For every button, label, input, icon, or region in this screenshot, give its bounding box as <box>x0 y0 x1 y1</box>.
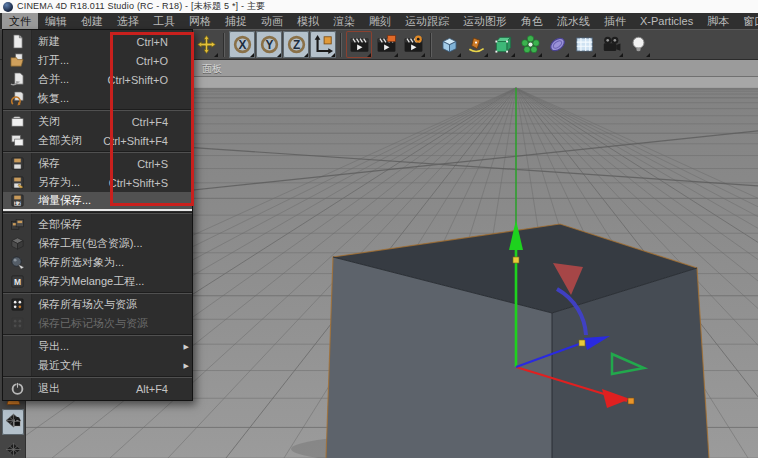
file-menu-item-label: 关闭 <box>38 114 132 129</box>
file-menu-item-4[interactable]: 关闭Ctrl+F4 <box>3 112 192 131</box>
camera-object-button[interactable] <box>598 31 624 58</box>
window-title: CINEMA 4D R18.011 Studio (RC - R18) - [未… <box>17 0 265 13</box>
workplane-icon <box>5 441 22 458</box>
array-generator-button[interactable] <box>517 31 543 58</box>
menu-separator <box>3 109 192 111</box>
menu-bar-item-14[interactable]: 流水线 <box>550 13 597 29</box>
pen-icon <box>467 35 486 54</box>
file-menu-item-0[interactable]: 新建Ctrl+N <box>3 32 192 51</box>
submenu-corner-marker <box>214 53 218 57</box>
z-axis-lock-icon: Z <box>287 35 306 54</box>
file-menu-item-shortcut: Ctrl+N <box>137 36 168 48</box>
menu-bar-item-12[interactable]: 运动图形 <box>456 13 514 29</box>
file-menu-item-label: 导出... <box>38 339 168 354</box>
file-menu-item-11[interactable]: 保存所选对象为... <box>3 253 192 272</box>
file-menu-item-17[interactable]: 退出Alt+F4 <box>3 379 192 398</box>
render-to-picture-viewer-button[interactable] <box>373 31 399 58</box>
render-view-button[interactable] <box>346 31 372 58</box>
subdivision-surface-button[interactable] <box>490 31 516 58</box>
menu-bar-item-13[interactable]: 角色 <box>514 13 550 29</box>
merge-icon <box>3 72 31 87</box>
file-menu-item-3[interactable]: 恢复... <box>3 89 192 108</box>
pen-spline-tool-button[interactable] <box>463 31 489 58</box>
file-menu-item-label: 打开... <box>38 53 136 68</box>
viewport-menu-panel[interactable]: 面板 <box>202 62 222 76</box>
submenu-corner-marker <box>592 53 596 57</box>
menu-bar-item-9[interactable]: 渲染 <box>326 13 362 29</box>
file-menu-item-label: 退出 <box>38 381 136 396</box>
file-menu-item-2[interactable]: 合并...Ctrl+Shift+O <box>3 70 192 89</box>
save-selected-icon <box>3 255 31 270</box>
menu-bar-item-5[interactable]: 网格 <box>182 13 218 29</box>
add-cube-object-button[interactable] <box>436 31 462 58</box>
file-menu-item-shortcut: Alt+F4 <box>136 383 168 395</box>
menu-bar-item-2[interactable]: 创建 <box>74 13 110 29</box>
move-tool-icon <box>197 35 216 54</box>
lock-y-axis-button[interactable]: Y <box>256 31 282 58</box>
file-menu-item-8[interactable]: 1 2增量保存... <box>3 192 192 211</box>
file-menu-item-label: 保存为Melange工程... <box>38 274 168 289</box>
file-menu-item-13[interactable]: 保存所有场次与资源 <box>3 295 192 314</box>
file-menu-item-9[interactable]: 全部保存 <box>3 215 192 234</box>
file-menu-item-12[interactable]: M保存为Melange工程... <box>3 272 192 291</box>
menu-bar-item-8[interactable]: 模拟 <box>290 13 326 29</box>
save-project-icon <box>3 236 31 251</box>
menu-separator <box>3 212 192 214</box>
file-menu-item-label: 保存所选对象为... <box>38 255 168 270</box>
file-menu-item-label: 保存工程(包含资源)... <box>38 236 168 251</box>
file-menu-item-15[interactable]: 导出...▶ <box>3 337 192 356</box>
menu-bar-item-15[interactable]: 插件 <box>597 13 633 29</box>
menu-bar-item-16[interactable]: X-Particles <box>633 13 700 29</box>
submenu-arrow-icon: ▶ <box>177 343 189 351</box>
menu-separator <box>3 334 192 336</box>
menu-bar-item-6[interactable]: 捕捉 <box>218 13 254 29</box>
deformer-button[interactable] <box>544 31 570 58</box>
menu-bar-item-10[interactable]: 雕刻 <box>362 13 398 29</box>
floor-object-button[interactable] <box>571 31 597 58</box>
menu-bar-item-18[interactable]: 窗口 <box>736 13 758 29</box>
file-menu-item-label: 全部关闭 <box>38 133 103 148</box>
workplane-lock-button[interactable] <box>2 409 24 435</box>
light-object-button[interactable] <box>625 31 651 58</box>
file-menu-item-label: 恢复... <box>38 91 168 106</box>
close-all-icon <box>3 133 31 148</box>
menu-bar-item-0[interactable]: 文件 <box>2 13 38 29</box>
submenu-corner-marker <box>277 53 281 57</box>
menu-separator <box>3 292 192 294</box>
menu-bar-item-7[interactable]: 动画 <box>254 13 290 29</box>
array-icon <box>521 35 540 54</box>
submenu-corner-marker <box>619 53 623 57</box>
save-takes-icon <box>3 297 31 312</box>
coordinate-system-button[interactable] <box>310 31 336 58</box>
save-as-icon <box>3 175 31 190</box>
render-settings-button[interactable] <box>400 31 426 58</box>
file-menu-item-5[interactable]: 全部关闭Ctrl+Shift+F4 <box>3 131 192 150</box>
floor-icon <box>575 35 594 54</box>
menu-bar-item-17[interactable]: 脚本 <box>700 13 736 29</box>
workplane-mode-button[interactable] <box>2 438 24 458</box>
submenu-corner-marker <box>331 53 335 57</box>
file-menu-item-7[interactable]: 另存为...Ctrl+Shift+S <box>3 173 192 192</box>
deformer-icon <box>548 35 567 54</box>
lock-z-axis-button[interactable]: Z <box>283 31 309 58</box>
file-menu-item-6[interactable]: 保存Ctrl+S <box>3 154 192 173</box>
menu-bar-item-1[interactable]: 编辑 <box>38 13 74 29</box>
file-menu-item-16[interactable]: 最近文件▶ <box>3 356 192 375</box>
menu-bar-item-3[interactable]: 选择 <box>110 13 146 29</box>
light-icon <box>629 35 648 54</box>
move-tool-button[interactable] <box>193 31 219 58</box>
file-menu-item-shortcut: Ctrl+O <box>136 55 168 67</box>
title-bar: CINEMA 4D R18.011 Studio (RC - R18) - [未… <box>0 0 758 13</box>
menu-bar-item-4[interactable]: 工具 <box>146 13 182 29</box>
y-scale-handle <box>513 257 519 263</box>
submenu-corner-marker <box>304 53 308 57</box>
save-melange-icon: M <box>3 274 31 289</box>
menu-separator <box>3 376 192 378</box>
file-menu-item-shortcut: Ctrl+F4 <box>132 116 168 128</box>
subdivision-surface-icon <box>494 35 513 54</box>
menu-bar-item-11[interactable]: 运动跟踪 <box>398 13 456 29</box>
submenu-corner-marker <box>367 53 371 57</box>
lock-x-axis-button[interactable]: X <box>229 31 255 58</box>
file-menu-item-10[interactable]: 保存工程(包含资源)... <box>3 234 192 253</box>
file-menu-item-1[interactable]: 打开...Ctrl+O <box>3 51 192 70</box>
